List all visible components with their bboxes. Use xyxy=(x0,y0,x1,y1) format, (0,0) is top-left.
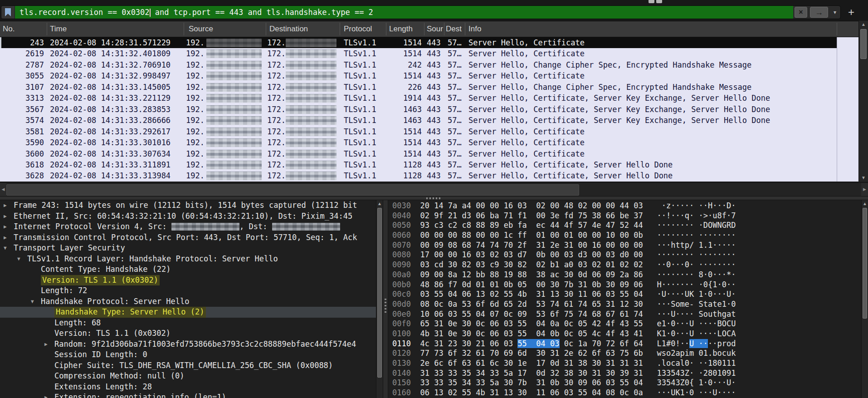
column-divider[interactable] xyxy=(837,23,837,35)
hex-row[interactable]: 0100 4b 31 0e 30 0c 06 03 55 04 0b 0c 05… xyxy=(388,329,861,339)
hex-bytes[interactable]: 20 14 7a a4 00 00 16 03 02 00 48 02 00 0… xyxy=(420,201,643,210)
hex-ascii[interactable]: ···Some- State1·0 xyxy=(657,300,736,309)
detail-row[interactable]: Version: TLS 1.1 (0x0302) xyxy=(0,328,376,339)
hex-bytes[interactable]: 55 04 03 xyxy=(517,339,559,348)
detail-row[interactable]: Session ID Length: 0 xyxy=(0,349,376,360)
hex-row[interactable]: 0160 06 13 02 55 4b 31 13 30 11 06 03 55… xyxy=(388,388,861,398)
hex-row[interactable]: 00b0 48 86 f7 0d 01 01 0b 05 00 30 7b 31… xyxy=(388,280,861,290)
packet-list-horizontal-scrollbar[interactable]: ◀ ▶ xyxy=(0,182,868,196)
detail-row[interactable]: ▶Extension: renegotiation_info (len=1) xyxy=(0,392,376,398)
hex-ascii[interactable]: H······· ·0{1·0·· xyxy=(657,280,736,289)
expander-icon[interactable]: ▶ xyxy=(4,232,7,243)
hex-ascii[interactable]: e1·0···U ····BOCU xyxy=(657,319,736,328)
hex-bytes[interactable]: 02 9f 21 d3 06 ba 71 f1 00 3e fd 75 38 6… xyxy=(420,211,643,220)
detail-row[interactable]: ▼Transport Layer Security xyxy=(0,243,376,254)
column-divider[interactable] xyxy=(340,23,340,35)
details-scrollbar-thumb[interactable] xyxy=(377,208,382,378)
hex-bytes[interactable]: 31 33 33 35 34 33 5a 17 0d 32 38 30 31 3… xyxy=(420,369,643,378)
hex-row[interactable]: 0060 00 00 00 88 00 00 1c ff 01 00 01 00… xyxy=(388,231,861,241)
toolbar-button-partial[interactable] xyxy=(649,0,654,3)
packet-row[interactable]: 35902024-02-08 14:31:33.301016192.172.TL… xyxy=(0,137,858,148)
expander-icon[interactable]: ▶ xyxy=(44,392,48,398)
packet-row[interactable]: 33132024-02-08 14:31:33.221129192.172.TL… xyxy=(0,93,858,103)
hex-bytes[interactable]: 33 33 35 34 33 5a 30 7b 31 0b 30 09 06 0… xyxy=(420,378,643,387)
hex-ascii[interactable]: ···U···· Southgat xyxy=(657,310,736,319)
hex-ascii[interactable]: ········ ·DOWNGRD xyxy=(657,221,736,230)
detail-row[interactable]: Handshake Type: Server Hello (2) xyxy=(0,307,376,318)
detail-row[interactable]: ▶Ethernet II, Src: 60:54:43:32:21:10 (60… xyxy=(0,211,376,222)
hex-bytes[interactable]: 4c 31 23 30 21 06 03 xyxy=(420,339,517,348)
hex-ascii[interactable]: ········ 8·0···*· xyxy=(657,270,736,279)
packet-row[interactable]: 36282024-02-08 14:31:33.313984192.172.TL… xyxy=(0,170,858,181)
toolbar-button-partial[interactable] xyxy=(656,0,662,3)
detail-row[interactable]: ▶Random: 9f21d306ba71f1003efd753866be379… xyxy=(0,339,376,350)
expander-icon[interactable]: ▼ xyxy=(31,296,34,307)
hex-bytes[interactable]: 00 09 08 68 74 74 70 2f 31 2e 31 00 16 0… xyxy=(420,241,643,250)
hex-ascii[interactable]: K1·0···U ····LOCA xyxy=(657,329,736,338)
scroll-up-icon[interactable]: ▲ xyxy=(859,21,868,28)
packet-row[interactable]: 31072024-02-08 14:31:33.145005192.172.TL… xyxy=(0,82,858,93)
bytes-scrollbar-thumb[interactable] xyxy=(863,208,867,319)
hex-bytes[interactable]: 09 00 8a 12 bb 88 19 88 38 ac 30 0d 06 0… xyxy=(420,270,643,279)
hex-bytes[interactable]: 00 00 00 88 00 00 1c ff 01 00 01 00 00 1… xyxy=(420,231,643,240)
expander-icon[interactable]: ▼ xyxy=(17,254,20,265)
hex-ascii[interactable]: L1#0!·· xyxy=(657,339,689,348)
filter-clear-button[interactable]: × xyxy=(795,7,807,18)
filter-add-button[interactable]: + xyxy=(844,6,858,19)
detail-row[interactable]: ▶Transmission Control Protocol, Src Port… xyxy=(0,232,376,243)
hex-ascii[interactable]: ········ ········ xyxy=(657,231,736,240)
hex-ascii[interactable]: 33543Z0{ 1·0···U· xyxy=(657,378,736,387)
horizontal-splitter[interactable] xyxy=(0,196,868,200)
packet-row[interactable]: 30552024-02-08 14:31:32.998497192.172.TL… xyxy=(0,70,858,81)
hex-bytes[interactable]: 4b 31 0e 30 0c 06 03 55 04 0b 0c 05 4c 4… xyxy=(420,329,643,338)
hex-bytes[interactable]: 2e 6c 6f 63 61 6c 30 1e 17 0d 31 38 30 3… xyxy=(420,359,643,368)
hex-row[interactable]: 0030 20 14 7a a4 00 00 16 03 02 00 48 02… xyxy=(388,201,861,211)
hex-ascii[interactable]: 133543Z· ·2801091 xyxy=(657,369,736,378)
hex-bytes[interactable]: 06 13 02 55 4b 31 13 30 11 06 03 55 04 0… xyxy=(420,388,643,397)
column-header-destination[interactable]: Destination xyxy=(269,25,308,34)
hex-row[interactable]: 0090 03 cd 30 82 03 c9 30 82 02 b1 a0 03… xyxy=(388,260,861,270)
column-header-info[interactable]: Info xyxy=(468,25,481,34)
hex-ascii[interactable]: ··!···q· ·>·u8f·7 xyxy=(657,211,736,220)
hex-row[interactable]: 00d0 08 0c 0a 53 6f 6d 65 2d 53 74 61 74… xyxy=(388,300,861,310)
detail-row[interactable]: Content Type: Handshake (22) xyxy=(0,264,376,275)
packet-row[interactable]: 2432024-02-08 14:28:31.571229192.172.TLS… xyxy=(0,37,858,48)
hex-row[interactable]: 0140 31 33 33 35 34 33 5a 17 0d 32 38 30… xyxy=(388,369,861,378)
hex-bytes[interactable]: 10 06 03 55 04 07 0c 09 53 6f 75 74 68 6… xyxy=(420,310,643,319)
hex-row[interactable]: 0110 4c 31 23 30 21 06 03 55 04 03 0c 1a… xyxy=(388,339,861,349)
hex-bytes[interactable]: 77 73 6f 32 61 70 69 6d 30 31 2e 62 6f 6… xyxy=(420,349,643,358)
column-header-dst-port[interactable]: Dest xyxy=(446,25,462,34)
hex-ascii[interactable]: ···UK1·0 ···U···· xyxy=(657,388,736,397)
detail-row[interactable]: ▼TLSv1.1 Record Layer: Handshake Protoco… xyxy=(0,254,376,265)
hex-ascii[interactable]: ··0···0· ········ xyxy=(657,260,736,269)
hex-row[interactable]: 0040 02 9f 21 d3 06 ba 71 f1 00 3e fd 75… xyxy=(388,211,861,221)
detail-row[interactable]: Length: 72 xyxy=(0,285,376,296)
column-header-protocol[interactable]: Protocol xyxy=(344,25,372,34)
packet-row[interactable]: 35812024-02-08 14:31:33.292617192.172.TL… xyxy=(0,126,858,137)
scroll-right-icon[interactable]: ▶ xyxy=(861,183,868,196)
filter-bookmark-button[interactable] xyxy=(1,6,15,19)
column-header-source[interactable]: Source xyxy=(189,25,213,34)
hex-row[interactable]: 0050 93 c3 c2 c8 88 89 eb fa ec 44 4f 57… xyxy=(388,221,861,231)
scroll-left-icon[interactable]: ◀ xyxy=(0,183,6,196)
packet-row[interactable]: 27872024-02-08 14:31:32.706910192.172.TL… xyxy=(0,59,858,70)
hex-row[interactable]: 0120 77 73 6f 32 61 70 69 6d 30 31 2e 62… xyxy=(388,349,861,359)
packet-row[interactable]: 35672024-02-08 14:31:33.283853192.172.TL… xyxy=(0,104,858,115)
detail-row[interactable]: Extensions Length: 28 xyxy=(0,382,376,393)
packet-list-scrollbar-thumb[interactable] xyxy=(860,29,867,59)
hex-row[interactable]: 00e0 10 06 03 55 04 07 0c 09 53 6f 75 74… xyxy=(388,310,861,319)
column-divider[interactable] xyxy=(184,23,184,35)
scroll-up-icon[interactable]: ▲ xyxy=(862,200,868,207)
bytes-vertical-scrollbar[interactable]: ▲ xyxy=(861,200,868,398)
packet-row[interactable]: 36002024-02-08 14:31:33.307634192.172.TL… xyxy=(0,148,858,159)
detail-row[interactable]: Compression Method: null (0) xyxy=(0,371,376,382)
hex-bytes[interactable]: 03 cd 30 82 03 c9 30 82 02 b1 a0 03 02 0… xyxy=(420,260,643,269)
hex-row[interactable]: 0080 17 00 00 16 03 02 03 d7 0b 00 03 d3… xyxy=(388,250,861,260)
hex-bytes[interactable]: 48 86 f7 0d 01 01 0b 05 00 30 7b 31 0b 3… xyxy=(420,280,643,289)
hex-ascii[interactable]: ··prod xyxy=(708,339,736,348)
hex-row[interactable]: 00a0 09 00 8a 12 bb 88 19 88 38 ac 30 0d… xyxy=(388,270,861,280)
hex-row[interactable]: 00c0 03 55 04 06 13 02 55 4b 31 13 30 11… xyxy=(388,290,861,300)
expander-icon[interactable]: ▼ xyxy=(4,243,7,254)
detail-row[interactable]: Version: TLS 1.1 (0x0302) xyxy=(0,275,376,286)
detail-row[interactable]: ▶Frame 243: 1514 bytes on wire (12112 bi… xyxy=(0,200,376,211)
